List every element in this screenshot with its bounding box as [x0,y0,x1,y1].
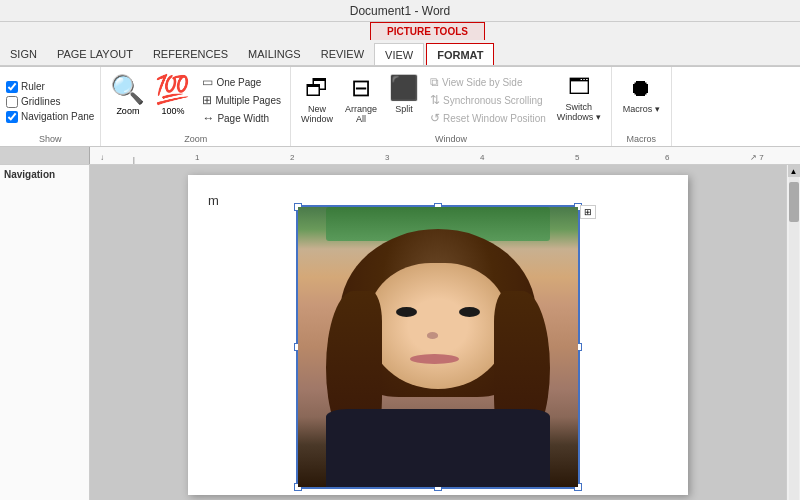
tab-mailings[interactable]: MAILINGS [238,43,311,65]
one-page-button[interactable]: ▭ One Page [199,73,284,91]
zoom-group-label: Zoom [101,134,290,144]
multiple-pages-label: Multiple Pages [215,95,281,106]
arrange-all-button[interactable]: ⊟ ArrangeAll [341,71,381,127]
ribbon: Ruler Gridlines Navigation Pane Show 🔍 Z… [0,67,800,147]
one-page-label: One Page [216,77,261,88]
switch-windows-button[interactable]: 🗔 SwitchWindows ▾ [553,71,605,125]
tab-references[interactable]: REFERENCES [143,43,238,65]
lips [410,354,459,364]
picture-tools-label: PICTURE TOOLS [387,26,468,37]
tab-review[interactable]: REVIEW [311,43,374,65]
ribbon-group-window: 🗗 NewWindow ⊟ ArrangeAll ⬛ Split ⧉ View … [291,67,612,146]
reset-window-label: Reset Window Position [443,113,546,124]
right-eye [459,307,480,317]
ruler-check-input[interactable] [6,81,18,93]
switch-windows-label: SwitchWindows ▾ [557,102,601,122]
nav-pane-title: Navigation [4,169,85,180]
zoom-100-label: 100% [161,106,184,116]
multiple-pages-button[interactable]: ⊞ Multiple Pages [199,91,284,109]
nav-pane-label: Navigation Pane [21,111,94,122]
view-side-by-side-icon: ⧉ [430,75,439,89]
zoom-icon: 🔍 [110,73,145,106]
selected-image-wrapper[interactable]: ⊞ [296,205,580,489]
zoom-button[interactable]: 🔍 Zoom [107,71,148,118]
ribbon-tab-bar: SIGN PAGE LAYOUT REFERENCES MAILINGS REV… [0,40,800,66]
arrange-all-label: ArrangeAll [345,104,377,124]
macros-label: Macros ▾ [623,104,660,114]
new-window-button[interactable]: 🗗 NewWindow [297,71,337,127]
gridlines-check-input[interactable] [6,96,18,108]
zoom-100-button[interactable]: 💯 100% [152,71,193,118]
page-width-label: Page Width [217,113,269,124]
portrait-face [368,263,508,389]
ruler: ↓ | 1 2 3 4 5 6 ↗ 7 [0,147,800,165]
tab-sign[interactable]: SIGN [0,43,47,65]
synchronous-scrolling-icon: ⇅ [430,93,440,107]
tab-format[interactable]: FORMAT [426,43,494,65]
reset-window-icon: ↺ [430,111,440,125]
title-text: Document1 - Word [350,4,450,18]
scroll-up-button[interactable]: ▲ [788,165,800,177]
portrait-background [298,207,578,487]
macros-icon: ⏺ [629,74,653,102]
synchronous-scrolling-button[interactable]: ⇅ Synchronous Scrolling [427,91,549,109]
ribbon-group-zoom: 🔍 Zoom 💯 100% ▭ One Page ⊞ Multiple Page… [101,67,291,146]
doc-text: m [208,193,219,208]
navigation-pane-checkbox[interactable]: Navigation Pane [6,110,94,124]
new-window-label: NewWindow [301,104,333,124]
portrait-image [298,207,578,487]
page-width-icon: ↔ [202,111,214,125]
document-canvas: m ⊞ [90,165,786,500]
nose [427,332,438,338]
portrait-shirt [326,409,550,487]
macros-group-label: Macros [612,134,671,144]
multiple-pages-icon: ⊞ [202,93,212,107]
arrange-all-icon: ⊟ [351,74,371,102]
scroll-track[interactable] [789,177,799,500]
ruler-side [0,147,90,164]
ribbon-group-macros: ⏺ Macros ▾ Macros [612,67,672,146]
ruler-label: Ruler [21,81,45,92]
zoom-label: Zoom [116,106,139,116]
tab-page-layout[interactable]: PAGE LAYOUT [47,43,143,65]
navigation-pane[interactable]: Navigation [0,165,90,500]
split-label: Split [395,104,413,114]
synchronous-scrolling-label: Synchronous Scrolling [443,95,543,106]
reset-window-position-button[interactable]: ↺ Reset Window Position [427,109,549,127]
doc-text-cursor: m [208,193,219,208]
scroll-thumb[interactable] [789,182,799,222]
nav-pane-check-input[interactable] [6,111,18,123]
ruler-checkbox[interactable]: Ruler [6,80,45,94]
tab-view[interactable]: VIEW [374,43,424,65]
macros-button[interactable]: ⏺ Macros ▾ [619,71,664,117]
document-area: Navigation m ⊞ [0,165,800,500]
new-window-icon: 🗗 [305,74,329,102]
ruler-main: ↓ | 1 2 3 4 5 6 ↗ 7 [90,147,800,164]
image-layout-button[interactable]: ⊞ [580,205,596,219]
view-side-by-side-label: View Side by Side [442,77,522,88]
gridlines-checkbox[interactable]: Gridlines [6,95,60,109]
window-group-label: Window [291,134,611,144]
vertical-scrollbar[interactable]: ▲ ▼ [786,165,800,500]
show-group-label: Show [0,134,100,144]
ribbon-group-show: Ruler Gridlines Navigation Pane Show [0,67,101,146]
split-icon: ⬛ [389,74,419,102]
page-width-button[interactable]: ↔ Page Width [199,109,284,127]
left-eye [396,307,417,317]
document-page: m ⊞ [188,175,688,495]
gridlines-label: Gridlines [21,96,60,107]
view-side-by-side-button[interactable]: ⧉ View Side by Side [427,73,549,91]
split-button[interactable]: ⬛ Split [385,71,423,117]
title-bar: Document1 - Word [0,0,800,22]
one-page-icon: ▭ [202,75,213,89]
switch-windows-icon: 🗔 [568,74,590,100]
zoom-100-icon: 💯 [155,73,190,106]
